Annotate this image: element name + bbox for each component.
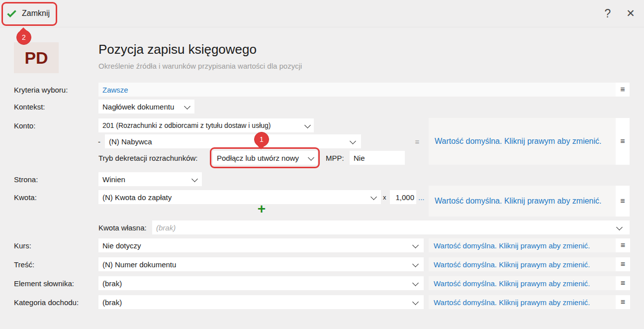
help-icon[interactable]: ? [599, 0, 616, 27]
default-value-text: Wartość domyślna. Kliknij prawym aby zmi… [434, 260, 590, 269]
kwota-wlasna-label: Kwota własna: [98, 220, 147, 234]
kategoria-dochodu-value: (brak) [102, 298, 122, 307]
element-slownika-value: (brak) [102, 279, 122, 288]
kontekst-select[interactable]: Nagłówek dokumentu [98, 100, 194, 113]
tresc-value: (N) Numer dokumentu [102, 260, 176, 269]
kwota-wlasna-placeholder: (brak) [156, 223, 176, 232]
default-value-text: Wartość domyślna. Kliknij prawym aby zmi… [434, 241, 590, 250]
menu-icon: ≡ [621, 298, 625, 307]
tresc-panel-menu-button[interactable]: ≡ [616, 257, 630, 271]
dialog-pozycja-zapisu-ksiegowego: Zamknij ? ✕ 2 PD Pozycja zapisu księgowe… [0, 0, 644, 329]
kurs-value: Nie dotyczy [102, 241, 141, 250]
kryteria-wyboru-value: Zawsze [102, 86, 128, 94]
kategoria-dochodu-select[interactable]: (brak) [98, 295, 424, 309]
kurs-default-value-panel[interactable]: Wartość domyślna. Kliknij prawym aby zmi… [429, 238, 616, 252]
kontekst-label: Kontekst: [14, 100, 45, 113]
konto-value: 201 (Rozrachunki z odbiorcami z tytułu d… [102, 121, 271, 129]
konto-analityka-select[interactable]: (N) Nabywca [105, 134, 361, 148]
strona-label: Strona: [14, 172, 38, 186]
kurs-label: Kurs: [14, 238, 31, 252]
chevron-down-icon [370, 194, 377, 200]
kategoria-dochodu-label: Kategoria dochodu: [14, 295, 79, 309]
default-value-text: Wartość domyślna. Kliknij prawym aby zmi… [435, 197, 602, 206]
avatar: PD [14, 42, 59, 73]
chevron-down-icon [350, 138, 356, 144]
kryteria-wyboru-field[interactable]: Zawsze [98, 83, 616, 97]
kwota-multiplier-label: x [383, 190, 386, 204]
kwota-default-value-panel[interactable]: Wartość domyślna. Kliknij prawym aby zmi… [429, 186, 616, 217]
mpp-value: Nie [354, 154, 365, 162]
kwota-value: (N) Kwota do zapłaty [102, 193, 172, 202]
kurs-panel-menu-button[interactable]: ≡ [616, 238, 630, 252]
chevron-down-icon [191, 176, 198, 182]
chevron-down-icon [412, 299, 419, 305]
menu-icon: ≡ [621, 241, 625, 250]
element-slownika-select[interactable]: (brak) [98, 276, 424, 290]
kwota-wlasna-field[interactable]: (brak) [152, 220, 630, 234]
annotation-step-badge-2: 2 [16, 30, 31, 45]
add-amount-button[interactable]: + [254, 202, 269, 217]
mpp-label: MPP: [326, 151, 344, 165]
toolbar: Zamknij ? ✕ [0, 0, 644, 27]
default-value-text: Wartość domyślna. Kliknij prawym aby zmi… [434, 298, 590, 307]
tryb-dekretacji-value: Podłącz lub utwórz nowy [217, 154, 299, 162]
tryb-dekretacji-label: Tryb dekretacji rozrachunków: [98, 151, 198, 165]
check-icon [7, 10, 16, 17]
chevron-down-icon [412, 261, 419, 267]
plus-icon: + [258, 201, 266, 217]
kontekst-value: Nagłówek dokumentu [102, 103, 174, 111]
element-slownika-panel-menu-button[interactable]: ≡ [616, 276, 630, 290]
analityka-menu-icon[interactable]: ≡ [412, 134, 423, 148]
menu-icon: ≡ [620, 137, 625, 146]
menu-icon: ≡ [621, 260, 625, 269]
chevron-down-icon [308, 154, 314, 161]
konto-select[interactable]: 201 (Rozrachunki z odbiorcami z tytułu d… [98, 118, 314, 132]
annotation-step-badge-1: 1 [254, 132, 269, 147]
default-value-text: Wartość domyślna. Kliknij prawym aby zmi… [435, 137, 602, 146]
menu-icon: ≡ [620, 197, 625, 206]
chevron-down-icon [304, 122, 311, 128]
kurs-select[interactable]: Nie dotyczy [98, 238, 424, 252]
menu-icon: ≡ [621, 279, 625, 288]
tresc-label: Treść: [14, 257, 34, 271]
kwota-select[interactable]: (N) Kwota do zapłaty [98, 190, 381, 204]
kwota-label: Kwota: [14, 190, 37, 204]
kategoria-dochodu-default-value-panel[interactable]: Wartość domyślna. Kliknij prawym aby zmi… [429, 295, 616, 309]
kwota-multiplier-value: 1,000 [395, 193, 414, 202]
tryb-dekretacji-select[interactable]: Podłącz lub utwórz nowy [213, 151, 317, 165]
chevron-down-icon [616, 224, 623, 230]
menu-icon: ≡ [620, 85, 625, 94]
page-title: Pozycja zapisu księgowego [98, 42, 257, 57]
chevron-down-icon [412, 242, 419, 248]
page-subtitle: Określenie źródła i warunków przypisania… [98, 62, 302, 70]
kategoria-dochodu-panel-menu-button[interactable]: ≡ [616, 295, 630, 309]
default-value-text: Wartość domyślna. Kliknij prawym aby zmi… [434, 279, 590, 288]
kwota-multiplier-input[interactable]: 1,000 [390, 190, 416, 204]
konto-default-value-panel[interactable]: Wartość domyślna. Kliknij prawym aby zmi… [429, 118, 616, 165]
chevron-down-icon [184, 103, 190, 110]
save-close-button[interactable]: Zamknij [7, 0, 50, 27]
element-slownika-default-value-panel[interactable]: Wartość domyślna. Kliknij prawym aby zmi… [429, 276, 616, 290]
close-icon[interactable]: ✕ [622, 0, 640, 27]
kwota-panel-menu-button[interactable]: ≡ [616, 186, 630, 217]
konto-panel-menu-button[interactable]: ≡ [616, 118, 630, 165]
strona-select[interactable]: Winien [98, 172, 202, 186]
mpp-input[interactable]: Nie [350, 151, 405, 165]
kryteria-menu-button[interactable]: ≡ [616, 83, 630, 97]
tresc-default-value-panel[interactable]: Wartość domyślna. Kliknij prawym aby zmi… [429, 257, 616, 271]
konto-analityka-prefix: - [98, 134, 100, 148]
konto-label: Konto: [14, 118, 35, 132]
kwota-ellipsis-link[interactable]: ... [418, 190, 425, 204]
element-slownika-label: Element słownika: [14, 276, 74, 290]
kryteria-wyboru-label: Kryteria wyboru: [14, 83, 68, 97]
strona-value: Winien [102, 175, 125, 184]
save-close-label: Zamknij [22, 9, 50, 18]
konto-analityka-value: (N) Nabywca [109, 137, 152, 146]
tresc-select[interactable]: (N) Numer dokumentu [98, 257, 424, 271]
chevron-down-icon [412, 280, 419, 286]
